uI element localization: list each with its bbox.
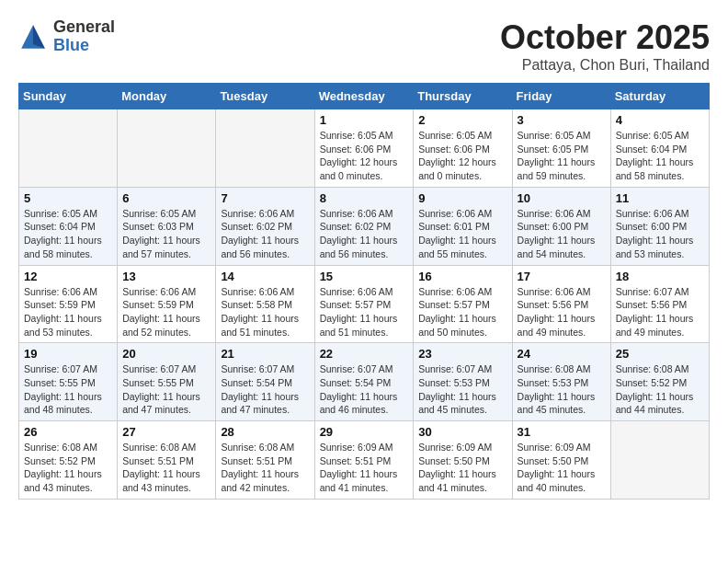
calendar-cell: 9Sunrise: 6:06 AM Sunset: 6:01 PM Daylig… <box>414 187 512 265</box>
calendar-cell: 17Sunrise: 6:06 AM Sunset: 5:56 PM Dayli… <box>512 265 610 343</box>
calendar-cell: 27Sunrise: 6:08 AM Sunset: 5:51 PM Dayli… <box>118 421 216 500</box>
day-number: 5 <box>24 191 112 205</box>
day-info: Sunrise: 6:05 AM Sunset: 6:06 PM Dayligh… <box>418 129 506 183</box>
day-number: 22 <box>320 347 409 361</box>
day-number: 20 <box>122 347 210 361</box>
weekday-header-row: SundayMondayTuesdayWednesdayThursdayFrid… <box>19 84 710 109</box>
day-number: 8 <box>320 191 409 205</box>
calendar-cell: 30Sunrise: 6:09 AM Sunset: 5:50 PM Dayli… <box>414 421 512 500</box>
day-number: 15 <box>320 270 409 283</box>
calendar-cell: 26Sunrise: 6:08 AM Sunset: 5:52 PM Dayli… <box>19 421 118 500</box>
calendar-cell: 18Sunrise: 6:07 AM Sunset: 5:56 PM Dayli… <box>610 265 709 343</box>
day-info: Sunrise: 6:07 AM Sunset: 5:55 PM Dayligh… <box>122 362 210 417</box>
day-info: Sunrise: 6:07 AM Sunset: 5:56 PM Dayligh… <box>616 285 704 339</box>
day-info: Sunrise: 6:06 AM Sunset: 6:00 PM Dayligh… <box>518 207 606 261</box>
calendar-table: SundayMondayTuesdayWednesdayThursdayFrid… <box>18 83 710 500</box>
weekday-header-sunday: Sunday <box>19 84 118 109</box>
day-number: 30 <box>418 425 506 439</box>
location-text: Pattaya, Chon Buri, Thailand <box>500 57 710 74</box>
day-number: 7 <box>221 191 309 205</box>
day-number: 16 <box>418 270 506 283</box>
day-info: Sunrise: 6:08 AM Sunset: 5:52 PM Dayligh… <box>24 441 112 495</box>
day-number: 17 <box>518 270 606 283</box>
day-info: Sunrise: 6:06 AM Sunset: 5:56 PM Dayligh… <box>518 285 606 339</box>
day-info: Sunrise: 6:06 AM Sunset: 5:58 PM Dayligh… <box>221 285 309 339</box>
day-number: 21 <box>221 347 309 361</box>
calendar-cell <box>19 109 118 188</box>
calendar-cell: 4Sunrise: 6:05 AM Sunset: 6:04 PM Daylig… <box>610 109 709 188</box>
calendar-cell: 14Sunrise: 6:06 AM Sunset: 5:58 PM Dayli… <box>216 265 314 343</box>
logo-blue-text: Blue <box>53 37 115 55</box>
day-number: 6 <box>122 191 210 205</box>
day-info: Sunrise: 6:06 AM Sunset: 5:59 PM Dayligh… <box>24 285 112 339</box>
day-number: 25 <box>616 347 704 361</box>
calendar-week-row: 5Sunrise: 6:05 AM Sunset: 6:04 PM Daylig… <box>19 187 710 265</box>
day-number: 31 <box>518 425 606 439</box>
calendar-cell: 1Sunrise: 6:05 AM Sunset: 6:06 PM Daylig… <box>314 109 414 188</box>
calendar-week-row: 19Sunrise: 6:07 AM Sunset: 5:55 PM Dayli… <box>19 343 710 421</box>
day-info: Sunrise: 6:06 AM Sunset: 5:57 PM Dayligh… <box>418 285 506 339</box>
weekday-header-tuesday: Tuesday <box>216 84 314 109</box>
day-info: Sunrise: 6:08 AM Sunset: 5:51 PM Dayligh… <box>122 441 210 495</box>
calendar-cell: 23Sunrise: 6:07 AM Sunset: 5:53 PM Dayli… <box>414 343 512 421</box>
calendar-cell: 8Sunrise: 6:06 AM Sunset: 6:02 PM Daylig… <box>314 187 414 265</box>
calendar-cell: 19Sunrise: 6:07 AM Sunset: 5:55 PM Dayli… <box>19 343 118 421</box>
calendar-cell: 13Sunrise: 6:06 AM Sunset: 5:59 PM Dayli… <box>118 265 216 343</box>
calendar-cell: 3Sunrise: 6:05 AM Sunset: 6:05 PM Daylig… <box>512 109 610 188</box>
weekday-header-wednesday: Wednesday <box>314 84 414 109</box>
calendar-cell: 25Sunrise: 6:08 AM Sunset: 5:52 PM Dayli… <box>610 343 709 421</box>
calendar-cell: 11Sunrise: 6:06 AM Sunset: 6:00 PM Dayli… <box>610 187 709 265</box>
day-info: Sunrise: 6:05 AM Sunset: 6:04 PM Dayligh… <box>616 129 704 183</box>
title-block: October 2025 Pattaya, Chon Buri, Thailan… <box>500 18 710 74</box>
day-number: 18 <box>616 270 704 283</box>
calendar-cell: 24Sunrise: 6:08 AM Sunset: 5:53 PM Dayli… <box>512 343 610 421</box>
day-number: 11 <box>616 191 704 205</box>
day-info: Sunrise: 6:07 AM Sunset: 5:55 PM Dayligh… <box>24 362 112 417</box>
day-number: 27 <box>122 425 210 439</box>
calendar-cell <box>118 109 216 188</box>
weekday-header-monday: Monday <box>118 84 216 109</box>
calendar-cell: 10Sunrise: 6:06 AM Sunset: 6:00 PM Dayli… <box>512 187 610 265</box>
day-info: Sunrise: 6:06 AM Sunset: 5:57 PM Dayligh… <box>320 285 409 339</box>
calendar-cell: 5Sunrise: 6:05 AM Sunset: 6:04 PM Daylig… <box>19 187 118 265</box>
day-info: Sunrise: 6:09 AM Sunset: 5:51 PM Dayligh… <box>320 441 409 495</box>
calendar-cell: 21Sunrise: 6:07 AM Sunset: 5:54 PM Dayli… <box>216 343 314 421</box>
day-info: Sunrise: 6:06 AM Sunset: 6:01 PM Dayligh… <box>418 207 506 261</box>
day-info: Sunrise: 6:08 AM Sunset: 5:51 PM Dayligh… <box>221 441 309 495</box>
calendar-week-row: 1Sunrise: 6:05 AM Sunset: 6:06 PM Daylig… <box>19 109 710 188</box>
logo-text: General Blue <box>53 18 115 55</box>
calendar-week-row: 26Sunrise: 6:08 AM Sunset: 5:52 PM Dayli… <box>19 421 710 500</box>
day-info: Sunrise: 6:05 AM Sunset: 6:03 PM Dayligh… <box>122 207 210 261</box>
calendar-cell <box>216 109 314 188</box>
logo: General Blue <box>18 18 115 55</box>
day-number: 3 <box>518 113 606 127</box>
day-number: 9 <box>418 191 506 205</box>
calendar-cell <box>610 421 709 500</box>
day-number: 14 <box>221 270 309 283</box>
calendar-cell: 15Sunrise: 6:06 AM Sunset: 5:57 PM Dayli… <box>314 265 414 343</box>
calendar-cell: 16Sunrise: 6:06 AM Sunset: 5:57 PM Dayli… <box>414 265 512 343</box>
day-info: Sunrise: 6:09 AM Sunset: 5:50 PM Dayligh… <box>518 441 606 495</box>
weekday-header-friday: Friday <box>512 84 610 109</box>
day-number: 29 <box>320 425 409 439</box>
day-info: Sunrise: 6:06 AM Sunset: 6:02 PM Dayligh… <box>221 207 309 261</box>
month-title: October 2025 <box>500 18 710 57</box>
day-number: 13 <box>122 270 210 283</box>
weekday-header-thursday: Thursday <box>414 84 512 109</box>
logo-general-text: General <box>53 18 115 37</box>
day-info: Sunrise: 6:06 AM Sunset: 6:02 PM Dayligh… <box>320 207 409 261</box>
day-info: Sunrise: 6:07 AM Sunset: 5:54 PM Dayligh… <box>320 362 409 417</box>
calendar-cell: 7Sunrise: 6:06 AM Sunset: 6:02 PM Daylig… <box>216 187 314 265</box>
calendar-cell: 20Sunrise: 6:07 AM Sunset: 5:55 PM Dayli… <box>118 343 216 421</box>
calendar-cell: 31Sunrise: 6:09 AM Sunset: 5:50 PM Dayli… <box>512 421 610 500</box>
day-info: Sunrise: 6:09 AM Sunset: 5:50 PM Dayligh… <box>418 441 506 495</box>
calendar-week-row: 12Sunrise: 6:06 AM Sunset: 5:59 PM Dayli… <box>19 265 710 343</box>
day-number: 12 <box>24 270 112 283</box>
calendar-cell: 2Sunrise: 6:05 AM Sunset: 6:06 PM Daylig… <box>414 109 512 188</box>
day-number: 4 <box>616 113 704 127</box>
calendar-cell: 29Sunrise: 6:09 AM Sunset: 5:51 PM Dayli… <box>314 421 414 500</box>
calendar-cell: 12Sunrise: 6:06 AM Sunset: 5:59 PM Dayli… <box>19 265 118 343</box>
day-number: 19 <box>24 347 112 361</box>
day-info: Sunrise: 6:06 AM Sunset: 6:00 PM Dayligh… <box>616 207 704 261</box>
day-info: Sunrise: 6:07 AM Sunset: 5:53 PM Dayligh… <box>418 362 506 417</box>
